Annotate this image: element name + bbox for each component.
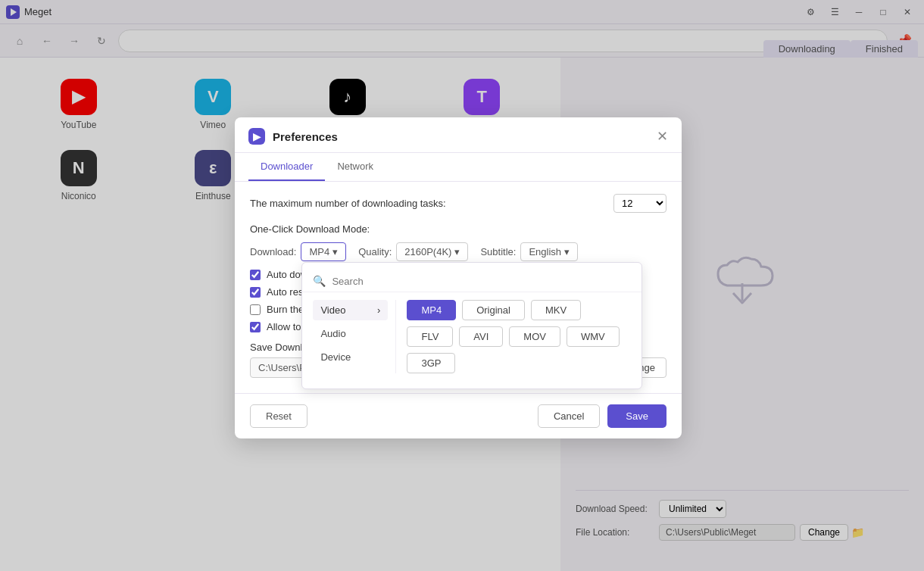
- quality-value: 2160P(4K): [404, 246, 451, 257]
- pref-tabs: Downloader Network: [235, 153, 682, 182]
- format-original[interactable]: Original: [462, 300, 525, 320]
- format-wmv[interactable]: WMV: [567, 326, 620, 347]
- allow-multiple-checkbox[interactable]: [250, 322, 261, 332]
- format-content: Video › Audio Device: [302, 292, 641, 381]
- format-popup: 🔍 Video › Audio: [301, 262, 642, 389]
- pref-logo: ▶: [248, 128, 265, 145]
- pref-body: The maximum number of downloading tasks:…: [235, 182, 682, 390]
- category-audio[interactable]: Audio: [313, 323, 388, 344]
- tab-downloader[interactable]: Downloader: [248, 153, 325, 181]
- quality-group: Quality: 2160P(4K) ▾: [358, 242, 468, 261]
- download-format-value: MP4: [309, 246, 329, 257]
- video-category-label: Video: [320, 304, 345, 316]
- format-categories: Video › Audio Device: [313, 300, 396, 373]
- reset-btn[interactable]: Reset: [250, 404, 307, 428]
- audio-category-label: Audio: [320, 328, 345, 339]
- max-tasks-label: The maximum number of downloading tasks:: [250, 198, 613, 209]
- preferences-dialog: ▶ Preferences ✕ Downloader Network The m…: [235, 117, 682, 438]
- pref-footer: Reset Cancel Save: [235, 393, 682, 438]
- oneclick-label: One-Click Download Mode:: [250, 223, 666, 235]
- category-device[interactable]: Device: [313, 347, 388, 367]
- format-search: 🔍: [302, 270, 641, 292]
- auto-download-checkbox[interactable]: [250, 270, 261, 280]
- subtitle-value: English: [529, 246, 561, 257]
- max-tasks-select[interactable]: 12 8 4: [613, 194, 666, 213]
- max-tasks-row: The maximum number of downloading tasks:…: [250, 194, 666, 213]
- pref-close-btn[interactable]: ✕: [657, 129, 668, 143]
- category-video[interactable]: Video ›: [313, 300, 388, 320]
- format-mov[interactable]: MOV: [509, 326, 560, 347]
- format-3gp[interactable]: 3GP: [407, 353, 455, 373]
- search-icon: 🔍: [313, 275, 326, 287]
- device-category-label: Device: [320, 351, 351, 363]
- download-format-dropdown[interactable]: MP4 ▾ 🔍 Video ›: [301, 242, 346, 261]
- download-group: Download: MP4 ▾ 🔍 Video: [250, 242, 346, 261]
- subtitle-dropdown[interactable]: English ▾: [520, 242, 578, 261]
- format-flv[interactable]: FLV: [407, 326, 453, 347]
- format-search-input[interactable]: [332, 276, 631, 287]
- burn-subtitles-checkbox[interactable]: [250, 304, 261, 315]
- quality-dropdown[interactable]: 2160P(4K) ▾: [396, 242, 468, 261]
- chevron-down-quality-icon: ▾: [454, 246, 460, 257]
- cancel-btn[interactable]: Cancel: [538, 404, 600, 428]
- format-avi[interactable]: AVI: [459, 326, 503, 347]
- subtitle-group: Subtitle: English ▾: [480, 242, 578, 261]
- download-label: Download:: [250, 246, 296, 257]
- auto-resume-checkbox[interactable]: [250, 287, 261, 298]
- chevron-down-subtitle-icon: ▾: [564, 246, 570, 257]
- oneclick-controls: Download: MP4 ▾ 🔍 Video: [250, 242, 666, 261]
- chevron-down-icon: ▾: [332, 246, 338, 257]
- arrow-icon: ›: [377, 304, 380, 316]
- tab-network[interactable]: Network: [325, 153, 386, 181]
- format-mp4[interactable]: MP4: [407, 300, 456, 320]
- quality-label: Quality:: [358, 246, 392, 257]
- footer-right: Cancel Save: [538, 404, 666, 428]
- format-options: MP4 Original MKV FLV AVI MOV WMV 3GP: [396, 300, 631, 373]
- pref-title: Preferences: [273, 130, 657, 143]
- save-btn[interactable]: Save: [607, 404, 666, 428]
- pref-header: ▶ Preferences ✕: [235, 117, 682, 153]
- subtitle-label: Subtitle:: [480, 246, 516, 257]
- format-mkv[interactable]: MKV: [531, 300, 581, 320]
